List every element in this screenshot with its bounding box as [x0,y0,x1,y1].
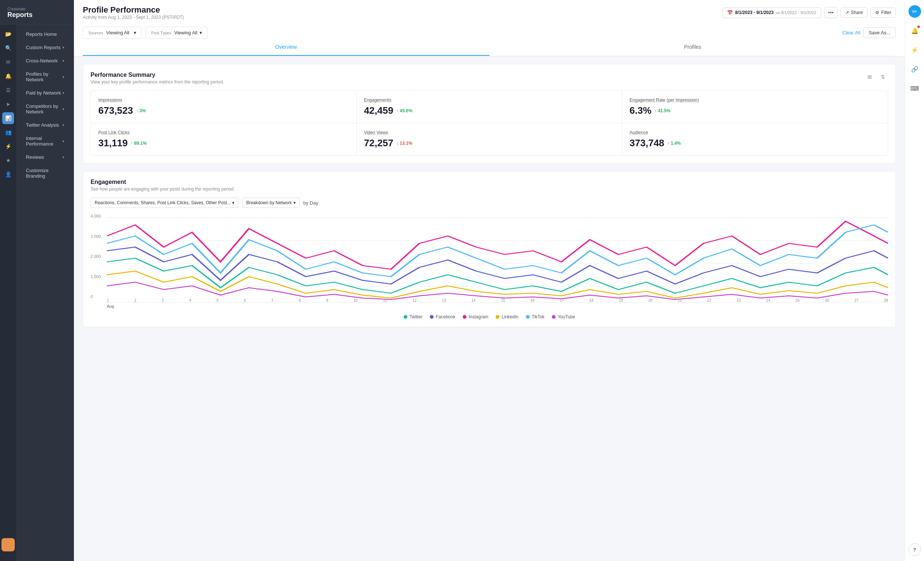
icon-group[interactable]: 👤 [2,168,14,180]
post-types-value: Viewing All [174,30,197,36]
chevron-icon: ▾ [63,75,64,79]
notification-badge [917,25,920,28]
metric-value-audience: 373,748 ↑ 1.4% [629,138,880,149]
metric-value-engagements: 42,459 ↑ 45.6% [364,105,615,116]
main-content: Profile Performance Activity from Aug 1,… [74,0,905,561]
brand-name: Reports [8,11,66,19]
share-icon: ↗ [845,10,849,15]
post-types-dropdown[interactable]: Post Types Viewing All ▾ [146,27,208,39]
sources-value: Viewing All [106,30,129,36]
filters-row: Sources Viewing All ▾ Post Types Viewing… [83,23,896,39]
chevron-icon: ▾ [63,91,64,95]
legend-facebook: Facebook [430,314,455,319]
user-avatar[interactable] [2,538,15,551]
metric-value-post-link-clicks: 31,119 ↑ 89.1% [98,138,349,149]
card-subtitle: View your key profile performance metric… [90,79,224,85]
header-title-group: Profile Performance Activity from Aug 1,… [83,5,184,20]
sidebar-item-paid-by-network[interactable]: Paid by Network ▾ [18,87,72,99]
engagement-chart: 4,000 3,000 2,000 1,000 0 [90,214,888,310]
icon-people[interactable]: 👥 [2,126,14,138]
sidebar-brand: Corporate Reports [0,0,74,24]
grid-view-icon[interactable]: ⊞ [864,72,875,82]
metric-video-views: Video Views 72,257 ↓ 13.1% [357,123,622,156]
sort-icon[interactable]: ⇅ [878,72,888,82]
icon-send[interactable]: ➤ [2,98,14,110]
metrics-selector-dropdown[interactable]: Reactions, Comments, Shares, Post Link C… [90,197,238,208]
icon-mail[interactable]: ✉ [2,56,14,68]
clear-all-button[interactable]: Clear All [842,27,860,38]
chevron-icon: ▾ [63,155,64,159]
notification-button[interactable]: 🔔 [909,24,921,37]
card-title: Performance Summary [90,72,224,78]
icon-bell[interactable]: 🔔 [2,70,14,82]
keyboard-button[interactable]: ⌨ [909,82,921,94]
icon-integration[interactable]: ⚡ [2,140,14,152]
sidebar-item-customize-branding[interactable]: Customize Branding [18,164,72,183]
more-options-button[interactable]: ••• [824,7,838,18]
sources-chevron: ▾ [134,30,136,36]
tab-overview[interactable]: Overview [83,39,489,56]
metric-label-engagements: Engagements [364,97,615,103]
post-types-label: Post Types [151,31,171,35]
post-types-chevron: ▾ [200,30,202,36]
engagement-header-text: Engagement See how people are engaging w… [90,179,235,191]
chevron-icon: ▾ [63,123,64,127]
main-scroll-area: Performance Summary View your key profil… [74,57,905,561]
metric-label-audience: Audience [629,130,880,135]
chart-legend: Twitter Facebook Instagram LinkedIn TikT… [90,314,888,319]
breakdown-chevron: ▾ [294,200,296,205]
icon-search[interactable]: 🔍 [2,42,14,54]
help-button[interactable]: ? [909,543,921,556]
sidebar-item-custom-reports[interactable]: Custom Reports ▾ [18,41,72,54]
tabs-row: Overview Profiles [83,39,896,56]
date-main: 8/1/2023 - 9/1/2023 [735,10,774,15]
chart-x-axis-label: Aug [107,304,114,308]
calendar-icon: 📅 [727,10,733,15]
metric-change-engagement-rate: ↑ 41.5% [654,108,670,114]
metrics-grid: Impressions 673,523 ↑ 3% Engagements 42,… [90,90,888,156]
instagram-dot [463,315,466,319]
link-button[interactable]: 🔗 [909,63,921,75]
tiktok-dot [526,315,530,319]
sidebar-item-competitors-by-network[interactable]: Competitors by Network ▾ [18,100,72,118]
filter-button[interactable]: ⚙ Filter [870,7,896,18]
chart-x-labels: 1 2 3 4 5 6 7 8 9 10 11 12 13 14 15 16 1 [107,298,888,302]
save-as-button[interactable]: Save As... [863,27,896,38]
icon-star[interactable]: ★ [2,154,14,166]
filter-group: Sources Viewing All ▾ Post Types Viewing… [83,27,208,39]
sidebar-item-profiles-by-network[interactable]: Profiles by Network ▾ [18,67,72,86]
sources-dropdown[interactable]: Sources Viewing All ▾ [83,27,142,39]
sidebar: Corporate Reports 📂 🔍 ✉ 🔔 ☰ ➤ 📊 👥 ⚡ ★ 👤 … [0,0,74,561]
right-sidebar: ✏ 🔔 ⚡ 🔗 ⌨ ? [905,0,924,561]
chart-svg [90,214,888,310]
icon-list[interactable]: ☰ [2,84,14,96]
chevron-icon: ▾ [63,139,64,143]
date-range-button[interactable]: 📅 8/1/2023 - 9/1/2023 vs 8/1/2022 - 9/1/… [722,7,821,18]
icon-folder[interactable]: 📂 [2,28,14,40]
engagement-subtitle: See how people are engaging with your po… [90,187,235,191]
legend-linkedin: LinkedIn [496,314,518,319]
sidebar-item-reviews[interactable]: Reviews ▾ [18,151,72,164]
card-header-text: Performance Summary View your key profil… [90,72,224,85]
sidebar-item-cross-network[interactable]: Cross-Network ▾ [18,54,72,67]
linkedin-dot [496,315,500,319]
icon-chart[interactable]: 📊 [2,112,14,124]
card-header: Performance Summary View your key profil… [90,72,888,85]
share-button[interactable]: ↗ Share [840,7,867,18]
metric-label-impressions: Impressions [98,97,349,103]
tab-profiles[interactable]: Profiles [489,39,896,56]
sidebar-item-reports-home[interactable]: Reports Home [18,28,72,40]
breakdown-dropdown[interactable]: Breakdown by Network ▾ [242,197,299,208]
filter-icon: ⚙ [875,10,879,15]
page-header: Profile Performance Activity from Aug 1,… [74,0,905,57]
legend-twitter: Twitter [404,314,423,319]
metric-value-impressions: 673,523 ↑ 3% [98,105,349,116]
edit-button[interactable]: ✏ [909,5,921,18]
page-title: Profile Performance [83,5,184,15]
sidebar-item-twitter-analysis[interactable]: Twitter Analysis ▾ [18,118,72,132]
metric-change-engagements: ↑ 45.6% [396,108,412,114]
page-subtitle: Activity from Aug 1, 2023 - Sept 1, 2023… [83,15,184,20]
sidebar-item-internal-performance[interactable]: Internal Performance ▾ [18,132,72,150]
activity-button[interactable]: ⚡ [909,43,921,56]
legend-youtube: YouTube [552,314,575,319]
